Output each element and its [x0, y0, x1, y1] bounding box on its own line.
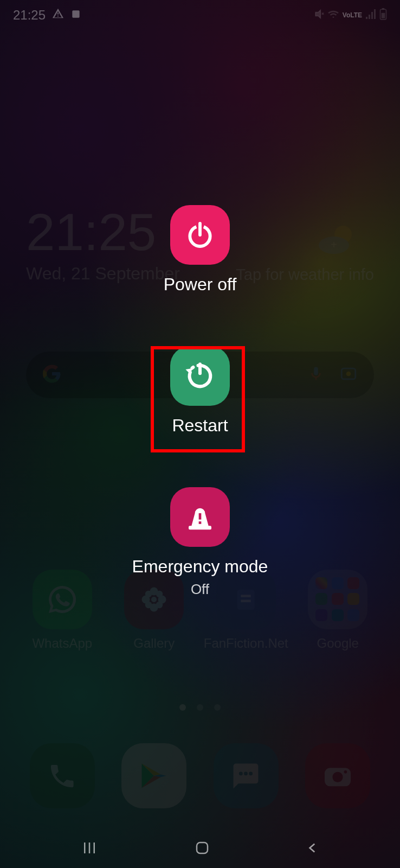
- navigation-bar: [0, 830, 400, 868]
- restart-label: Restart: [172, 416, 228, 436]
- svg-rect-36: [197, 843, 208, 853]
- svg-rect-30: [189, 526, 211, 529]
- emergency-mode-label: Emergency mode: [132, 557, 268, 577]
- svg-rect-31: [199, 513, 202, 520]
- nav-back-button[interactable]: [306, 840, 320, 858]
- power-off-button[interactable]: Power off: [164, 205, 237, 295]
- svg-rect-32: [199, 521, 202, 524]
- nav-home-button[interactable]: [194, 840, 210, 858]
- power-menu: Power off Restart: [0, 0, 400, 868]
- power-icon: [185, 220, 215, 250]
- restart-button[interactable]: Restart: [170, 346, 230, 436]
- nav-recents-button[interactable]: [80, 840, 99, 858]
- emergency-mode-button[interactable]: Emergency mode Off: [132, 487, 268, 598]
- screen: 21:25 Wed, 21 September + Tap for weathe…: [0, 0, 400, 868]
- emergency-icon: [185, 502, 215, 532]
- power-off-label: Power off: [164, 275, 237, 295]
- restart-icon: [184, 360, 216, 392]
- emergency-mode-status: Off: [191, 581, 209, 598]
